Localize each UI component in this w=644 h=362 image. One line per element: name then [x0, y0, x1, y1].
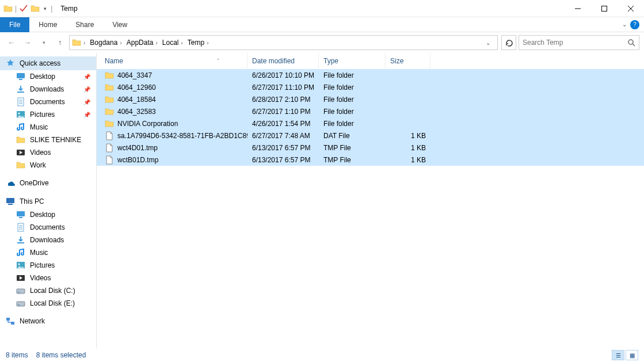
breadcrumb-segment[interactable]: AppData› [124, 36, 160, 49]
file-type: DAT File [319, 129, 386, 142]
pin-icon: 📌 [83, 112, 90, 118]
sidebar-item[interactable]: Downloads [0, 234, 96, 246]
file-date: 6/26/2017 10:10 PM [247, 69, 319, 81]
sidebar-item[interactable]: Documents [0, 221, 96, 234]
file-row[interactable]: 4064_33476/26/2017 10:10 PMFile folder [97, 69, 644, 81]
sidebar-this-pc[interactable]: This PC [0, 195, 96, 208]
sidebar-item[interactable]: Desktop📌 [0, 70, 96, 83]
back-button[interactable]: ← [5, 36, 18, 49]
breadcrumb-label: Local [162, 39, 179, 47]
file-row[interactable]: wctB01D.tmp6/13/2017 6:57 PMTMP File1 KB [97, 154, 644, 166]
close-button[interactable] [618, 0, 644, 17]
sidebar-item[interactable]: Desktop [0, 208, 96, 221]
file-date: 6/28/2017 2:10 PM [247, 93, 319, 105]
sidebar-item[interactable]: Work [0, 159, 96, 172]
address-history-icon[interactable]: ⌄ [482, 40, 494, 46]
help-icon[interactable]: ? [630, 20, 639, 29]
view-details-button[interactable]: ☰ [612, 350, 624, 360]
status-item-count: 8 items [6, 351, 28, 359]
file-row[interactable]: 4064_185846/28/2017 2:10 PMFile folder [97, 93, 644, 105]
ribbon: File HomeShareView ⌄ ? [0, 17, 644, 32]
pin-icon: 📌 [83, 86, 90, 93]
sidebar-item[interactable]: SLIKE TEHNIKE [0, 134, 96, 146]
sort-ascending-icon: ˄ [217, 58, 219, 63]
folder-icon [105, 107, 114, 116]
sidebar-item-label: Music [30, 123, 48, 131]
minimize-button[interactable] [565, 0, 591, 17]
qat-dropdown-icon[interactable]: ▾ [42, 6, 48, 12]
qat-properties-icon[interactable] [19, 4, 28, 13]
forward-button[interactable]: → [21, 36, 35, 49]
refresh-button[interactable] [501, 35, 516, 50]
disk-icon [16, 299, 25, 308]
file-row[interactable]: 4064_129606/27/2017 11:10 PMFile folder [97, 81, 644, 93]
tab-file[interactable]: File [0, 17, 29, 32]
sidebar-item[interactable]: Music [0, 121, 96, 134]
up-button[interactable]: ↑ [53, 36, 67, 49]
folder-icon [105, 95, 114, 104]
file-row[interactable]: NVIDIA Corporation4/26/2017 1:54 PMFile … [97, 117, 644, 129]
file-date: 6/27/2017 11:10 PM [247, 81, 319, 93]
search-box[interactable] [519, 35, 639, 50]
file-date: 6/27/2017 7:48 AM [247, 129, 319, 142]
star-icon [6, 59, 15, 68]
chevron-right-icon[interactable]: › [120, 40, 121, 46]
folder-icon [105, 119, 114, 128]
breadcrumb-segment[interactable]: Temp› [185, 36, 211, 49]
sidebar-item-label: SLIKE TEHNIKE [30, 136, 81, 144]
tab-share[interactable]: Share [66, 17, 103, 32]
sidebar-item[interactable]: Videos [0, 146, 96, 159]
view-large-icons-button[interactable]: ▦ [626, 350, 638, 360]
navigation-pane: Quick access Desktop📌Downloads📌Documents… [0, 53, 97, 348]
chevron-right-icon[interactable]: › [181, 40, 182, 46]
sidebar-item[interactable]: Downloads📌 [0, 83, 96, 96]
downloads-icon [16, 85, 25, 94]
sidebar-onedrive[interactable]: OneDrive [0, 176, 96, 190]
sidebar-item[interactable]: Local Disk (C:) [0, 284, 96, 297]
sidebar-item-label: Videos [30, 148, 51, 157]
pictures-icon [16, 110, 25, 119]
ribbon-collapse-icon[interactable]: ⌄ [622, 21, 627, 28]
file-size [386, 81, 430, 93]
title-bar: | ▾ | Temp [0, 0, 644, 17]
file-icon [105, 155, 114, 165]
file-icon [105, 131, 114, 140]
column-header-size[interactable]: Size [386, 53, 430, 68]
search-input[interactable] [523, 39, 627, 47]
window-title: Temp [60, 5, 77, 13]
sidebar-item-label: Documents [30, 98, 65, 106]
chevron-right-icon[interactable]: › [207, 40, 208, 46]
breadcrumb-segment[interactable]: Bogdana› [87, 36, 124, 49]
search-icon[interactable] [627, 39, 635, 47]
column-header-type[interactable]: Type [319, 53, 386, 68]
tab-view[interactable]: View [103, 17, 136, 32]
file-row[interactable]: wct4D01.tmp6/13/2017 6:57 PMTMP File1 KB [97, 142, 644, 154]
address-bar[interactable]: › Bogdana›AppData›Local›Temp› ⌄ [69, 35, 498, 50]
file-row[interactable]: 4064_325836/27/2017 1:10 PMFile folder [97, 105, 644, 117]
column-header-name[interactable]: Name ˄ [100, 53, 247, 68]
sidebar-onedrive-label: OneDrive [20, 179, 49, 187]
sidebar-quick-access[interactable]: Quick access [0, 56, 96, 70]
sidebar-network[interactable]: Network [0, 314, 96, 328]
sidebar-item[interactable]: Documents📌 [0, 96, 96, 108]
chevron-right-icon[interactable]: › [155, 40, 157, 46]
sidebar-item[interactable]: Pictures📌 [0, 108, 96, 121]
sidebar-item[interactable]: Videos [0, 272, 96, 284]
file-name: wct4D01.tmp [117, 144, 158, 152]
sidebar-item-label: Local Disk (C:) [30, 287, 75, 295]
file-row[interactable]: sa.1A7994D6-5342-8581-71FB-A2BD1C89…6/27… [97, 129, 644, 142]
file-type: File folder [319, 105, 386, 117]
tab-home[interactable]: Home [29, 17, 66, 32]
folder-icon [105, 83, 114, 92]
chevron-right-icon[interactable]: › [82, 40, 86, 46]
folder-icon [105, 71, 114, 80]
sidebar-item-label: Music [30, 249, 48, 257]
maximize-button[interactable] [591, 0, 618, 17]
breadcrumb-segment[interactable]: Local› [160, 36, 185, 49]
sidebar-item[interactable]: Music [0, 246, 96, 259]
recent-locations-icon[interactable]: ▾ [37, 36, 51, 49]
sidebar-item[interactable]: Local Disk (E:) [0, 297, 96, 310]
column-header-date[interactable]: Date modified [247, 53, 319, 68]
qat-new-folder-icon[interactable] [31, 4, 40, 13]
sidebar-item[interactable]: Pictures [0, 259, 96, 272]
